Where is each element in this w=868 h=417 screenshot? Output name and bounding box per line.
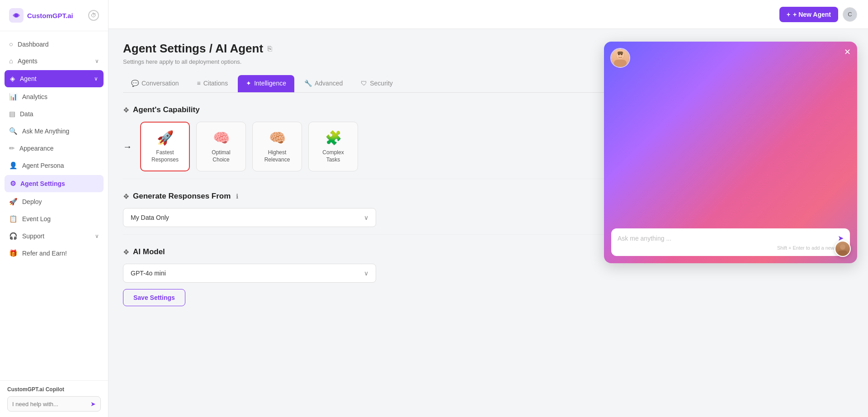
sidebar-item-agents[interactable]: ⌂ Agents ∨ [0,52,108,69]
new-agent-button[interactable]: + + New Agent [779,7,838,22]
capability-card-highest[interactable]: 🧠 Highest Relevance [252,122,302,171]
info-icon[interactable]: ℹ [236,193,238,200]
agent-icon: ◈ [10,75,15,83]
capability-title: Agent's Capability [133,105,200,114]
share-icon[interactable]: ⎘ [268,45,272,53]
sidebar-logo: CustomGPT.ai ⏱ [0,0,108,31]
optimal-label: Optimal Choice [212,149,230,163]
security-tab-icon: 🛡 [361,80,367,87]
plus-icon: + [787,11,790,18]
conversation-tab-icon: 💬 [131,80,139,87]
ai-model-icon: ❖ [123,248,129,256]
page-title: Agent Settings / AI Agent [123,42,263,56]
intelligence-tab-icon: ✦ [246,80,251,87]
capability-card-optimal[interactable]: 🧠 Optimal Choice [196,122,246,171]
sidebar-item-label: Support [22,232,44,240]
tab-label: Intelligence [254,80,286,87]
chat-input-row: Ask me anything ... ➤ [618,234,844,242]
sidebar-item-agent[interactable]: ◈ Agent ∨ [5,70,104,87]
avatar-label: C [848,11,852,18]
dashboard-icon: ○ [9,40,13,48]
appearance-icon: ✏ [9,144,15,152]
sidebar: CustomGPT.ai ⏱ ○ Dashboard ⌂ Agents ∨ ◈ … [0,0,108,417]
citations-tab-icon: ≡ [197,80,201,87]
logo-icon [9,8,24,23]
sidebar-item-label: Event Log [22,215,51,223]
tab-citations[interactable]: ≡ Citations [189,75,236,92]
sidebar-item-agent-settings[interactable]: ⚙ Agent Settings [5,175,104,192]
support-left: 🎧 Support [9,232,44,240]
capability-icon: ❖ [123,106,129,114]
arrow-pointer-icon: → [123,142,132,152]
svg-rect-7 [618,52,623,54]
deploy-icon: 🚀 [9,198,18,206]
sidebar-item-label: Agents [18,57,38,65]
sidebar-item-label: Appearance [19,145,54,152]
fastest-label: Fastest Responses [151,149,179,163]
sidebar-item-persona[interactable]: 👤 Agent Persona [0,157,108,174]
svg-point-1 [14,14,18,17]
copilot-send-icon[interactable]: ➤ [90,400,96,408]
topbar-avatar[interactable]: C [843,7,857,22]
sidebar-item-dashboard[interactable]: ○ Dashboard [0,36,108,52]
svg-rect-9 [838,251,847,255]
refer-icon: 🎁 [9,249,18,257]
logo-text: CustomGPT.ai [27,12,73,19]
chat-gradient-background: ✕ [604,42,857,263]
sidebar-nav: ○ Dashboard ⌂ Agents ∨ ◈ Agent ∨ 📊 Analy… [0,31,108,380]
tab-conversation[interactable]: 💬 Conversation [123,75,187,92]
generate-dropdown-value: My Data Only [131,214,169,221]
chevron-down-icon: ∨ [95,233,99,239]
sidebar-item-label: Dashboard [18,41,49,48]
tab-security[interactable]: 🛡 Security [353,75,401,92]
copilot-section: CustomGPT.ai Copilot ➤ [0,380,108,417]
main-area: + + New Agent C Agent Settings / AI Agen… [108,0,868,417]
sidebar-item-support[interactable]: 🎧 Support ∨ [0,227,108,245]
tab-advanced[interactable]: 🔧 Advanced [296,75,351,92]
sidebar-item-refer[interactable]: 🎁 Refer and Earn! [0,245,108,262]
advanced-tab-icon: 🔧 [304,80,312,87]
generate-dropdown[interactable]: My Data Only ∨ [123,208,376,227]
sidebar-item-deploy[interactable]: 🚀 Deploy [0,193,108,210]
complex-label: Complex Tasks [322,149,344,163]
bottom-user-avatar[interactable] [835,241,851,257]
fastest-emoji: 🚀 [157,130,174,146]
sidebar-item-label: Ask Me Anything [22,128,69,135]
new-agent-label: + New Agent [793,11,831,18]
complex-emoji: 🧩 [325,130,342,146]
ai-model-title: AI Model [133,247,165,256]
capability-card-complex[interactable]: 🧩 Complex Tasks [308,122,358,171]
support-icon: 🎧 [9,232,18,240]
bottom-avatar-svg [836,242,849,255]
tab-intelligence[interactable]: ✦ Intelligence [238,75,294,92]
topbar: + + New Agent C [108,0,868,29]
tab-label: Citations [203,80,228,87]
svg-rect-4 [614,60,627,67]
save-settings-button[interactable]: Save Settings [123,289,185,306]
tab-label: Security [370,80,393,87]
copilot-label: CustomGPT.ai Copilot [7,386,101,393]
ai-model-dropdown[interactable]: GPT-4o mini ∨ [123,264,376,283]
tab-label: Conversation [142,80,179,87]
copilot-input[interactable] [12,401,90,408]
sidebar-item-ask[interactable]: 🔍 Ask Me Anything [0,123,108,140]
chevron-down-icon: ∨ [95,58,99,64]
sidebar-item-label: Refer and Earn! [22,250,67,257]
agents-left: ⌂ Agents [9,57,38,65]
chat-close-button[interactable]: ✕ [844,47,851,57]
capability-card-fastest[interactable]: 🚀 Fastest Responses [140,122,190,171]
chat-input-placeholder: Ask me anything ... [618,235,838,242]
chevron-down-icon: ∨ [364,270,368,277]
event-log-icon: 📋 [9,215,18,223]
avatar-face [611,49,629,67]
sidebar-item-data[interactable]: ▤ Data [0,105,108,123]
svg-point-8 [840,244,845,250]
sidebar-item-analytics[interactable]: 📊 Analytics [0,88,108,105]
settings-icon: ⚙ [10,180,16,188]
clock-icon[interactable]: ⏱ [88,10,99,21]
analytics-icon: 📊 [9,93,18,101]
tab-label: Advanced [315,80,343,87]
sidebar-item-event-log[interactable]: 📋 Event Log [0,210,108,227]
optimal-emoji: 🧠 [213,130,230,146]
sidebar-item-appearance[interactable]: ✏ Appearance [0,140,108,157]
